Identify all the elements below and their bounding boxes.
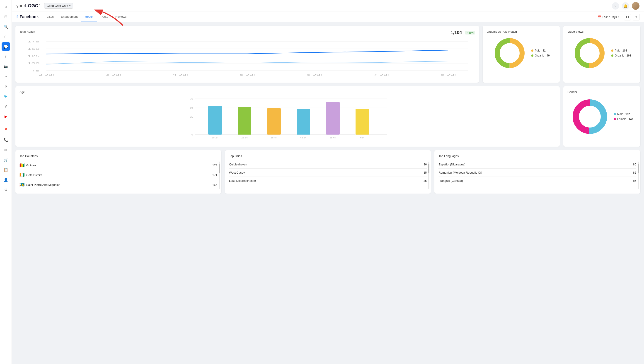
share-button[interactable]: ⇧ [633,14,640,21]
country-flag-2: 🇵🇲 [20,182,24,187]
country-name-0: Guinea [26,164,36,167]
age-title: Age [20,90,556,94]
tab-reach[interactable]: Reach [81,12,97,22]
gender-chart-wrap: Male 152 Female 147 [568,97,636,136]
svg-rect-31 [208,106,222,135]
tab-reviews[interactable]: Reviews [112,12,130,22]
user-icon[interactable]: 👤 [2,175,10,184]
organic-legend-item: Organic 40 [531,54,550,57]
paid-legend-label: Paid [535,49,540,52]
city-name-2: Lake Doloreschester [229,179,256,183]
content-area: Total Reach 1,104 + 56% 175 1 [12,22,644,364]
chart-view-button[interactable]: ▮▮ [624,14,631,21]
countries-list: 🇬🇳 Guinea 173 🇨🇮 Cote Divoire 171 [20,160,217,190]
reach-line-chart: 175 150 125 100 75 2 Jul 3 Jul 4 Jul 5 J… [20,37,475,78]
pinterest-icon[interactable]: P [2,82,10,91]
nav-bar: f Facebook Likes Engagement Reach Posts … [12,12,644,22]
notification-button[interactable]: 🔔 [622,2,629,10]
country-name-wrap-0: 🇬🇳 Guinea [20,163,36,168]
total-reach-value: 1,104 [450,30,462,35]
help-button[interactable]: ? [612,2,619,10]
video-views-card: Video Views Paid 104 [563,26,640,83]
country-count-0: 173 [212,164,217,167]
video-organic-legend-item: Organic 103 [611,54,631,57]
svg-text:0: 0 [192,133,193,136]
lang-name-1: Romanian (Moldova Republic Of) [438,171,482,174]
scroll-thumb[interactable] [219,164,220,173]
city-row-1: West Casey 35 [229,169,427,177]
svg-text:4 Jul: 4 Jul [172,73,188,76]
clock-icon[interactable]: ◷ [2,32,10,41]
top-languages-title: Top Languages [438,154,636,158]
icon-sidebar: ⌂ ⊞ 🔍 ◷ 💬 f 📷 in P 🐦 V ▶ 📍 📞 ✉ 🛒 📋 👤 ⚙ [0,0,12,364]
logo-brand: LOGO [25,3,38,8]
country-name-wrap-2: 🇵🇲 Saint Pierre And Miquelon [20,182,60,187]
lang-scroll-thumb[interactable] [638,164,639,173]
organic-paid-title: Organic vs Paid Reach [487,30,556,33]
lang-name-0: Español (Nicaragua) [438,163,466,166]
vimeo-icon[interactable]: V [2,102,10,111]
country-row-2: 🇵🇲 Saint Pierre And Miquelon 165 [20,180,217,190]
country-name-1: Cote Divoire [26,173,42,177]
cart-icon[interactable]: 🛒 [2,155,10,164]
male-legend-item: Male 152 [614,113,633,116]
svg-text:50: 50 [190,106,193,109]
search-icon[interactable]: 🔍 [2,22,10,31]
cities-list: Quigleyhaven 36 West Casey 35 Lake Dolor… [229,160,427,185]
video-paid-legend-item: Paid 104 [611,49,631,52]
male-color-dot [614,113,616,115]
date-label: Last 7 Days [602,16,617,19]
video-views-legend: Paid 104 Organic 103 [611,49,631,57]
header-icons: ? 🔔 [612,2,640,10]
gender-legend: Male 152 Female 147 [614,113,633,121]
paid-legend-item: Paid 41 [531,49,550,52]
lang-count-2: 86 [633,179,636,183]
svg-text:7 Jul: 7 Jul [374,73,389,76]
svg-text:25: 25 [190,115,193,118]
instagram-icon[interactable]: 📷 [2,62,10,71]
linkedin-icon[interactable]: in [2,72,10,81]
middle-cards-row: Age 75 50 25 0 18-24 [16,86,640,147]
country-flag-0: 🇬🇳 [20,163,24,168]
home-icon[interactable]: ⌂ [2,2,10,11]
facebook-nav-icon[interactable]: f [2,52,10,61]
email-icon[interactable]: ✉ [2,145,10,154]
tab-engagement[interactable]: Engagement [57,12,81,22]
tab-likes[interactable]: Likes [43,12,57,22]
svg-text:35-44: 35-44 [271,136,277,139]
facebook-page-icon: f [16,14,18,20]
female-color-dot [614,118,616,120]
brand-dropdown-icon: ▾ [69,5,70,7]
cities-scroll-thumb[interactable] [428,164,430,173]
organic-legend-value: 40 [546,54,550,57]
report-icon[interactable]: 📋 [2,165,10,174]
grid-icon[interactable]: ⊞ [2,12,10,21]
chat-icon[interactable]: 💬 [2,42,10,51]
date-picker-button[interactable]: 📅 Last 7 Days ▾ [595,14,622,20]
lang-count-0: 86 [633,163,636,166]
tab-posts[interactable]: Posts [97,12,112,22]
svg-text:55-64: 55-64 [330,136,336,139]
svg-text:5 Jul: 5 Jul [240,73,255,76]
gender-card: Gender Male 152 [563,86,640,147]
platform-logo-wrap: f Facebook [16,14,39,20]
main-container: yourLOGO™ Good Grief Cafe ▾ ? 🔔 f Facebo… [12,0,644,364]
gender-donut [570,97,609,136]
video-organic-label: Organic [615,54,624,57]
top-countries-title: Top Countries [20,154,217,158]
phone-icon[interactable]: 📞 [2,135,10,144]
reach-badge: + 56% [465,31,475,35]
twitter-icon[interactable]: 🐦 [2,92,10,101]
settings-icon[interactable]: ⚙ [2,186,10,194]
top-cities-title: Top Cities [229,154,427,158]
calendar-icon: 📅 [598,16,601,19]
age-card: Age 75 50 25 0 18-24 [16,86,560,147]
svg-rect-39 [326,102,340,135]
reach-header: Total Reach 1,104 + 56% [20,30,475,36]
lang-count-1: 86 [633,171,636,174]
lang-row-0: Español (Nicaragua) 86 [438,160,636,169]
youtube-icon[interactable]: ▶ [2,112,10,121]
avatar[interactable] [632,2,640,10]
location-icon[interactable]: 📍 [2,125,10,134]
brand-selector[interactable]: Good Grief Cafe ▾ [44,3,73,9]
